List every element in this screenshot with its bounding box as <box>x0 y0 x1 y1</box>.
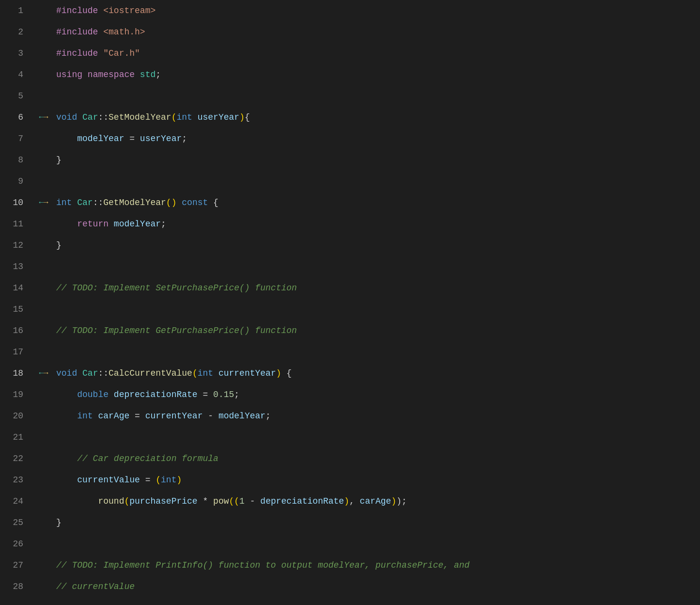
code-line-14: // TODO: Implement SetPurchasePrice() fu… <box>56 277 700 299</box>
line-number-19: 19 <box>0 384 27 405</box>
line-number-3: 3 <box>0 43 27 64</box>
code-line-11: return modelYear; <box>56 213 700 235</box>
gutter-icon-13 <box>35 256 52 277</box>
gutter-icon-14 <box>35 277 52 299</box>
line-number-27: 27 <box>0 555 27 576</box>
code-line-9 <box>56 171 700 192</box>
gutter-icon-18: ←→ <box>35 363 52 384</box>
gutter-icon-19 <box>35 384 52 405</box>
line-number-24: 24 <box>0 491 27 512</box>
code-line-13 <box>56 256 700 277</box>
code-line-12: } <box>56 235 700 256</box>
code-line-20: int carAge = currentYear - modelYear; <box>56 405 700 427</box>
line-number-22: 22 <box>0 448 27 469</box>
gutter-icon-2 <box>35 21 52 43</box>
line-number-6: 6 <box>0 107 27 128</box>
gutter-icon-24 <box>35 491 52 512</box>
code-line-22: // Car depreciation formula <box>56 448 700 469</box>
gutter-icon-26 <box>35 533 52 555</box>
gutter-icon-12 <box>35 235 52 256</box>
line-number-14: 14 <box>0 277 27 299</box>
code-line-6: void Car::SetModelYear(int userYear){ <box>56 107 700 128</box>
line-number-25: 25 <box>0 512 27 533</box>
code-line-27: // TODO: Implement PrintInfo() function … <box>56 555 700 576</box>
line-number-28: 28 <box>0 576 27 597</box>
gutter-icon-16 <box>35 320 52 341</box>
gutter-icon-15 <box>35 299 52 320</box>
gutter-icon-17 <box>35 341 52 363</box>
line-number-8: 8 <box>0 149 27 171</box>
gutter-icon-28 <box>35 576 52 597</box>
code-line-23: currentValue = (int) <box>56 469 700 491</box>
gutter-icon-25 <box>35 512 52 533</box>
gutter-icon-10: ←→ <box>35 192 52 213</box>
line-number-10: 10 <box>0 192 27 213</box>
code-line-3: #include "Car.h" <box>56 43 700 64</box>
line-number-4: 4 <box>0 64 27 85</box>
line-number-12: 12 <box>0 235 27 256</box>
gutter-icon-11 <box>35 213 52 235</box>
code-line-24: round(purchasePrice * pow((1 - depreciat… <box>56 491 700 512</box>
line-number-15: 15 <box>0 299 27 320</box>
code-line-2: #include <math.h> <box>56 21 700 43</box>
code-line-25: } <box>56 512 700 533</box>
line-number-26: 26 <box>0 533 27 555</box>
code-line-26 <box>56 533 700 555</box>
gutter-icon-27 <box>35 555 52 576</box>
gutter-icon-20 <box>35 405 52 427</box>
line-number-2: 2 <box>0 21 27 43</box>
line-numbers: 1234567891011121314151617181920212223242… <box>0 0 35 605</box>
gutter: ←→←→←→ <box>35 0 52 605</box>
gutter-icon-3 <box>35 43 52 64</box>
line-number-18: 18 <box>0 363 27 384</box>
code-line-5 <box>56 85 700 107</box>
gutter-icon-6: ←→ <box>35 107 52 128</box>
line-number-20: 20 <box>0 405 27 427</box>
code-line-18: void Car::CalcCurrentValue(int currentYe… <box>56 363 700 384</box>
code-line-16: // TODO: Implement GetPurchasePrice() fu… <box>56 320 700 341</box>
gutter-icon-22 <box>35 448 52 469</box>
gutter-icon-21 <box>35 427 52 448</box>
gutter-icon-1 <box>35 0 52 21</box>
line-number-5: 5 <box>0 85 27 107</box>
gutter-icon-23 <box>35 469 52 491</box>
code-line-19: double depreciationRate = 0.15; <box>56 384 700 405</box>
line-number-1: 1 <box>0 0 27 21</box>
code-line-7: modelYear = userYear; <box>56 128 700 149</box>
line-number-9: 9 <box>0 171 27 192</box>
gutter-icon-4 <box>35 64 52 85</box>
line-number-11: 11 <box>0 213 27 235</box>
line-number-23: 23 <box>0 469 27 491</box>
code-line-28: // currentValue <box>56 576 700 597</box>
code-line-17 <box>56 341 700 363</box>
code-line-8: } <box>56 149 700 171</box>
line-number-13: 13 <box>0 256 27 277</box>
gutter-icon-9 <box>35 171 52 192</box>
code-line-21 <box>56 427 700 448</box>
line-number-21: 21 <box>0 427 27 448</box>
code-content[interactable]: #include <iostream>#include <math.h>#inc… <box>52 0 700 605</box>
code-editor: 1234567891011121314151617181920212223242… <box>0 0 700 605</box>
code-line-4: using namespace std; <box>56 64 700 85</box>
code-line-15 <box>56 299 700 320</box>
line-number-17: 17 <box>0 341 27 363</box>
gutter-icon-7 <box>35 128 52 149</box>
gutter-icon-8 <box>35 149 52 171</box>
gutter-icon-5 <box>35 85 52 107</box>
code-line-10: int Car::GetModelYear() const { <box>56 192 700 213</box>
line-number-7: 7 <box>0 128 27 149</box>
code-line-1: #include <iostream> <box>56 0 700 21</box>
line-number-16: 16 <box>0 320 27 341</box>
